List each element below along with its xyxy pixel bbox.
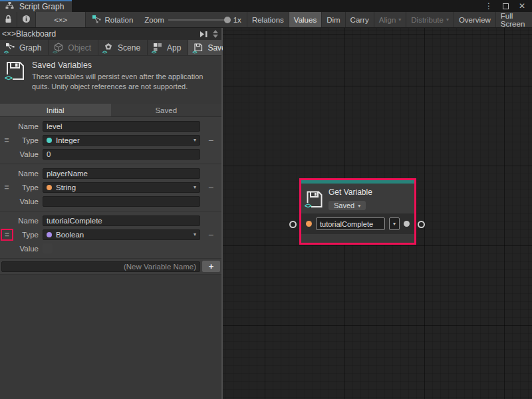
variable-row-level: Name = Type Integer ▾ − [0,117,221,164]
variable-value-input[interactable] [43,196,200,207]
variables-toggle-button[interactable]: <×> [36,12,86,27]
drag-handle-icon[interactable]: = [0,182,13,194]
maximize-icon[interactable] [503,3,509,9]
boolean-value-checkbox[interactable] [43,243,53,253]
blackboard-header: <×> Blackboard [0,28,221,40]
chevron-down-icon: ▾ [393,221,396,227]
dim-button[interactable]: Dim [321,12,344,27]
saved-variables-icon-large: <> [5,61,25,82]
name-label: Name [13,170,43,178]
tab-script-graph[interactable]: Script Graph [0,0,72,12]
tab-graph[interactable]: <> Graph [0,40,49,55]
type-label: Type [13,184,43,192]
new-variable-row: + [0,259,221,275]
relations-button[interactable]: Relations [247,12,289,27]
tab-saved-values[interactable]: Saved [111,104,222,117]
info-description: These variables will persist even after … [32,72,217,92]
script-graph-window: Script Graph ⋮ ✕ [0,0,532,399]
variable-type-dropdown[interactable]: Integer ▾ [43,135,200,146]
graph-variables-icon: <> [5,43,16,53]
variable-type-dropdown[interactable]: String ▾ [43,182,200,193]
dock-icon[interactable] [200,31,208,38]
variable-name-field[interactable]: tutorialComplete [316,217,385,230]
scroll-down-icon[interactable] [213,35,218,38]
window-tab-strip: Script Graph ⋮ ✕ [0,0,532,12]
variable-name-input[interactable] [43,168,200,179]
variable-type-dropdown[interactable]: Boolean ▾ [43,229,200,240]
type-value: Boolean [56,231,84,239]
type-color-dot [47,185,52,190]
value-label: Value [13,245,43,253]
variable-name-input[interactable] [43,121,200,132]
drag-handle-icon[interactable]: = [0,134,13,146]
new-variable-name-input[interactable] [1,261,200,272]
app-variables-icon: <> [152,43,164,53]
type-color-dot [47,138,52,143]
blackboard-title: Blackboard [16,29,56,39]
tab-scene-label: Scene [118,43,140,53]
value-label: Value [13,198,43,205]
scope-value: Saved [334,201,354,209]
node-right-port-ring[interactable] [418,221,425,228]
carry-button[interactable]: Carry [345,12,374,27]
remove-variable-button[interactable]: − [200,183,221,192]
output-port[interactable] [404,221,410,227]
zoom-slider-knob[interactable] [224,17,231,23]
graph-canvas[interactable]: <> Get Variable Saved ▾ tutorialComplete [223,28,532,399]
variable-list: Name = Type Integer ▾ − [0,117,221,275]
node-footer [301,234,414,243]
type-value: Integer [56,136,80,144]
variable-row-playername: Name = Type String ▾ − [0,164,221,211]
zoom-value: 1x [233,16,241,24]
type-value: String [56,184,76,192]
chevron-down-icon: ▾ [194,184,196,190]
add-variable-button[interactable]: + [202,261,220,272]
node-header[interactable]: <> Get Variable Saved ▾ [301,184,414,213]
variable-name-input[interactable] [43,215,200,226]
window-controls: ⋮ ✕ [485,0,532,12]
values-button[interactable]: Values [289,12,321,27]
scroll-up-icon[interactable] [213,30,218,33]
menu-icon[interactable]: ⋮ [485,2,493,10]
node-ports-row: tutorialComplete ▾ [301,213,414,234]
saved-variables-icon: <> [193,43,204,53]
saved-variable-icon: <> [306,190,323,209]
lock-button[interactable] [0,12,17,27]
panel-empty-area [0,275,221,399]
close-icon[interactable]: ✕ [519,2,525,10]
drag-handle-icon-highlighted[interactable]: = [1,229,13,241]
type-label: Type [13,231,43,239]
chevron-down-icon: ▾ [194,137,196,143]
chevron-down-icon: ▾ [358,203,360,209]
scene-variables-icon: <> [103,43,114,53]
remove-variable-button[interactable]: − [200,230,221,239]
rotation-control[interactable]: Rotation [86,12,139,27]
tab-initial[interactable]: Initial [0,104,111,117]
remove-variable-button[interactable]: − [200,136,221,145]
variable-value-input[interactable] [43,149,200,160]
info-title: Saved Variables [32,61,217,70]
full-screen-button[interactable]: Full Screen [495,12,532,27]
scroll-arrows[interactable] [213,30,218,38]
variables-icon: <×> [2,29,16,39]
distribute-label: Distribute [411,16,444,24]
overview-button[interactable]: Overview [454,12,495,27]
zoom-slider[interactable] [168,19,229,21]
variable-dropdown-button[interactable]: ▾ [389,217,400,230]
get-variable-node[interactable]: <> Get Variable Saved ▾ tutorialComplete [299,178,416,245]
value-mode-tabs: Initial Saved [0,104,221,117]
tab-app[interactable]: <> App [148,40,188,55]
tab-object[interactable]: <> Object [49,40,98,55]
align-button[interactable]: Align ▾ [374,12,406,27]
type-color-dot [47,232,52,237]
tab-scene[interactable]: <> Scene [98,40,148,55]
distribute-button[interactable]: Distribute ▾ [406,12,454,27]
input-port[interactable] [306,221,312,227]
variable-scope-tabs: <> Graph <> Object [0,40,221,56]
chevron-down-icon: ▾ [398,17,401,23]
node-left-port-ring[interactable] [289,221,297,228]
inspect-button[interactable] [17,12,36,27]
blackboard-panel: <×> Blackboard [0,28,223,399]
variable-scope-dropdown[interactable]: Saved ▾ [329,201,366,210]
toolbar-toggles: Relations Values Dim Carry Align ▾ Distr… [247,12,532,27]
